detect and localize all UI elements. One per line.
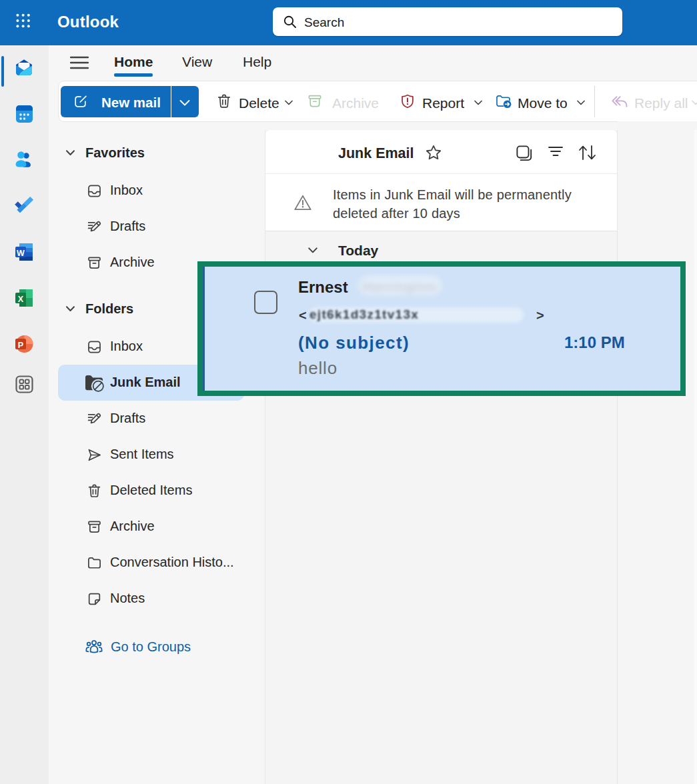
svg-text:P: P bbox=[18, 341, 23, 350]
svg-text:X: X bbox=[18, 295, 24, 304]
svg-text:W: W bbox=[17, 249, 25, 258]
